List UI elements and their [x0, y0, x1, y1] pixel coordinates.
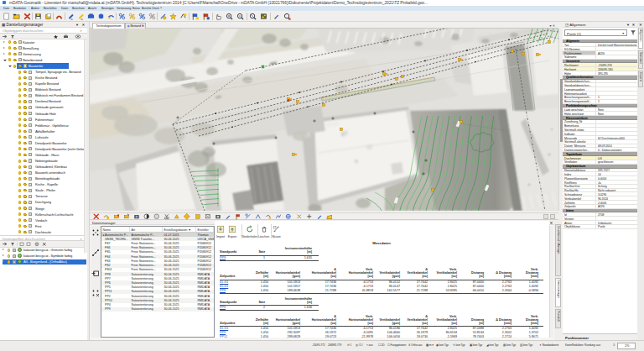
- svg-text:a: a: [81, 18, 83, 20]
- svg-text:a: a: [71, 18, 73, 20]
